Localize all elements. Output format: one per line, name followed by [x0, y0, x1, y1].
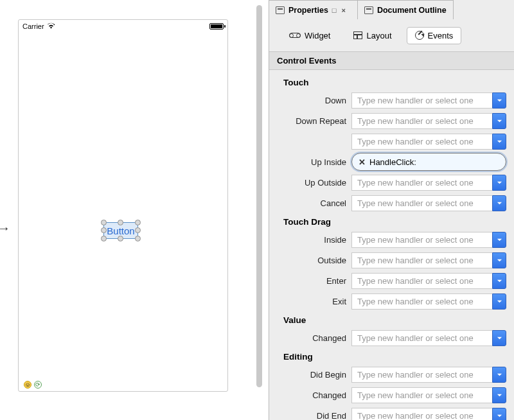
- row-value-changed: Changed: [269, 328, 514, 348]
- resize-handle[interactable]: [135, 236, 141, 241]
- segment-events[interactable]: Events: [407, 27, 462, 44]
- smile-icon[interactable]: ☺: [24, 381, 31, 389]
- layout-icon: [353, 31, 362, 39]
- resize-handle[interactable]: [118, 236, 123, 241]
- scrollbar-thumb[interactable]: [256, 5, 262, 387]
- design-canvas[interactable]: Button: [19, 33, 227, 380]
- resize-handle[interactable]: [101, 236, 107, 241]
- handler-input[interactable]: [351, 113, 492, 129]
- designer-pane: → Carrier Button: [0, 0, 251, 420]
- handler-input[interactable]: [351, 387, 492, 403]
- dropdown-icon[interactable]: [492, 92, 506, 109]
- dropdown-icon[interactable]: [492, 232, 506, 248]
- label-value-changed: Changed: [269, 333, 351, 343]
- window-mode-icon[interactable]: □: [332, 6, 337, 14]
- row-touch-cancel: Cancel: [269, 193, 514, 213]
- dropdown-icon[interactable]: [492, 195, 506, 211]
- label-touch-up-outside: Up Outside: [269, 178, 351, 188]
- combo-drag-outside[interactable]: [351, 252, 506, 268]
- segment-label: Layout: [366, 31, 391, 40]
- combo-editing-did-end[interactable]: [351, 408, 506, 421]
- inspector-panel: Properties □ × Document Outline Widget L…: [269, 0, 514, 420]
- combo-drag-enter[interactable]: [351, 273, 506, 289]
- combo-cancel[interactable]: [351, 195, 506, 211]
- segment-layout[interactable]: Layout: [345, 27, 400, 44]
- remove-handler-icon[interactable]: ✕: [359, 157, 366, 167]
- combo-drag-inside[interactable]: [351, 232, 506, 248]
- handler-input[interactable]: [351, 293, 492, 310]
- button-text: Button: [107, 225, 134, 236]
- resize-handle[interactable]: [135, 220, 141, 225]
- label-touch-down: Down: [269, 96, 351, 105]
- combo-touch-down[interactable]: [351, 92, 506, 109]
- resize-handle[interactable]: [101, 227, 107, 233]
- resize-handle[interactable]: [118, 220, 123, 225]
- widget-icon: [289, 33, 301, 38]
- events-icon: [415, 31, 424, 40]
- group-value: Value: [269, 311, 514, 328]
- combo-touch-down-repeat[interactable]: [351, 113, 506, 129]
- dropdown-icon[interactable]: [492, 134, 506, 150]
- handler-tag-up-inside[interactable]: ✕ HandleClick:: [351, 153, 506, 171]
- handler-input[interactable]: [351, 134, 492, 150]
- dropdown-icon[interactable]: [492, 367, 506, 383]
- dropdown-icon[interactable]: [492, 330, 506, 346]
- combo-up-outside[interactable]: [351, 175, 506, 191]
- row-drag-inside: Inside: [269, 229, 514, 250]
- resize-handle[interactable]: [101, 220, 107, 225]
- combo-drag-exit[interactable]: [351, 293, 506, 310]
- label-editing-did-end: Did End: [269, 411, 351, 421]
- row-drag-enter: Enter: [269, 270, 514, 291]
- label-touch-down-repeat: Down Repeat: [269, 116, 351, 126]
- handler-input[interactable]: [351, 367, 492, 383]
- label-editing-did-begin: Did Begin: [269, 370, 351, 380]
- tab-properties[interactable]: Properties □ ×: [269, 0, 358, 19]
- dropdown-icon[interactable]: [492, 293, 506, 310]
- group-touch-drag: Touch Drag: [269, 213, 514, 229]
- dropdown-icon[interactable]: [492, 273, 506, 289]
- handler-input[interactable]: [351, 175, 492, 191]
- section-header-control-events: Control Events: [269, 51, 514, 70]
- row-editing-did-begin: Did Begin: [269, 364, 514, 385]
- device-frame[interactable]: Carrier Button ☺ ⟳: [18, 19, 228, 392]
- combo-value-changed[interactable]: [351, 330, 506, 346]
- combo-editing-did-begin[interactable]: [351, 367, 506, 383]
- row-editing-changed: Changed: [269, 385, 514, 405]
- handler-input[interactable]: [351, 232, 492, 248]
- close-icon[interactable]: ×: [342, 6, 346, 14]
- label-drag-exit: Exit: [269, 297, 351, 306]
- vertical-scrollbar[interactable]: [251, 0, 269, 420]
- handler-input[interactable]: [351, 408, 492, 421]
- handler-input[interactable]: [351, 273, 492, 289]
- handler-tag-text: HandleClick:: [369, 157, 416, 167]
- properties-icon: [276, 6, 285, 14]
- refresh-icon[interactable]: ⟳: [34, 381, 42, 389]
- row-touch-down-repeat: Down Repeat: [269, 110, 514, 131]
- dropdown-icon[interactable]: [492, 408, 506, 421]
- resize-handle[interactable]: [135, 227, 141, 233]
- label-drag-outside: Outside: [269, 256, 351, 265]
- combo-up-inside-add[interactable]: [351, 134, 506, 150]
- carrier-label: Carrier: [22, 22, 44, 30]
- combo-editing-changed[interactable]: [351, 387, 506, 403]
- handler-input[interactable]: [351, 92, 492, 109]
- segment-row: Widget Layout Events: [269, 19, 514, 51]
- selected-widget-button[interactable]: Button: [103, 222, 138, 239]
- handler-input[interactable]: [351, 330, 492, 346]
- dropdown-icon[interactable]: [492, 113, 506, 129]
- device-status-bar: Carrier: [19, 20, 227, 33]
- tab-document-outline[interactable]: Document Outline: [358, 0, 454, 19]
- dropdown-icon[interactable]: [492, 252, 506, 268]
- segment-label: Events: [428, 31, 454, 40]
- dropdown-icon[interactable]: [492, 175, 506, 191]
- arrow-right-icon: →: [0, 221, 10, 236]
- tab-label: Document Outline: [377, 6, 447, 15]
- row-drag-outside: Outside: [269, 250, 514, 270]
- dropdown-icon[interactable]: [492, 387, 506, 403]
- handler-input[interactable]: [351, 195, 492, 211]
- segment-widget[interactable]: Widget: [281, 27, 339, 44]
- label-touch-up-inside: Up Inside: [269, 157, 351, 167]
- label-drag-enter: Enter: [269, 276, 351, 286]
- designer-footer: ☺ ⟳: [24, 381, 42, 389]
- handler-input[interactable]: [351, 252, 492, 268]
